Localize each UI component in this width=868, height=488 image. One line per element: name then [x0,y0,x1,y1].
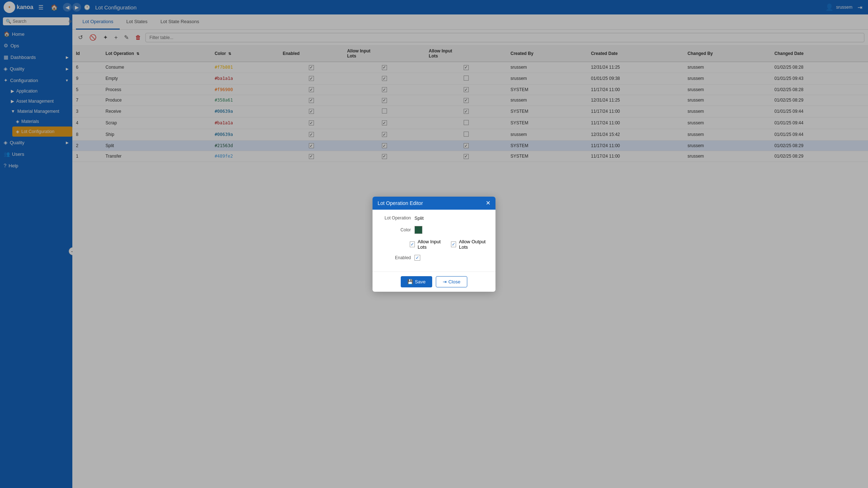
color-field-label: Color [378,227,411,232]
modal-header: Lot Operation Editor ✕ [373,197,495,210]
modal-checkboxes: Allow Input Lots Allow Output Lots [410,239,490,250]
allow-input-checkbox[interactable] [410,241,415,247]
lot-operation-editor-modal: Lot Operation Editor ✕ Lot Operation Spl… [373,197,495,292]
modal-close-x-button[interactable]: ✕ [486,200,490,206]
modal-title: Lot Operation Editor [378,200,423,206]
color-swatch[interactable] [414,226,422,234]
close-button[interactable]: ⇥ Close [436,276,467,287]
modal-color-row: Color [378,226,490,234]
modal-overlay: Lot Operation Editor ✕ Lot Operation Spl… [0,0,868,488]
allow-output-label: Allow Output Lots [459,239,490,250]
save-icon: 💾 [407,279,413,284]
enabled-field-label: Enabled [378,255,411,260]
modal-lot-operation-row: Lot Operation Split [378,215,490,221]
close-icon: ⇥ [443,279,447,284]
lot-operation-field-label: Lot Operation [378,215,411,221]
allow-output-checkbox[interactable] [451,241,456,247]
modal-footer: 💾 Save ⇥ Close [373,271,495,292]
save-button[interactable]: 💾 Save [401,276,432,287]
enabled-checkbox[interactable] [414,255,420,261]
modal-allow-row: Allow Input Lots Allow Output Lots [378,239,490,250]
lot-operation-field-value: Split [414,215,424,221]
allow-input-label: Allow Input Lots [418,239,446,250]
save-label: Save [415,279,426,284]
modal-enabled-row: Enabled [378,255,490,261]
close-label: Close [448,279,460,284]
modal-body: Lot Operation Split Color Allow Input Lo… [373,210,495,271]
